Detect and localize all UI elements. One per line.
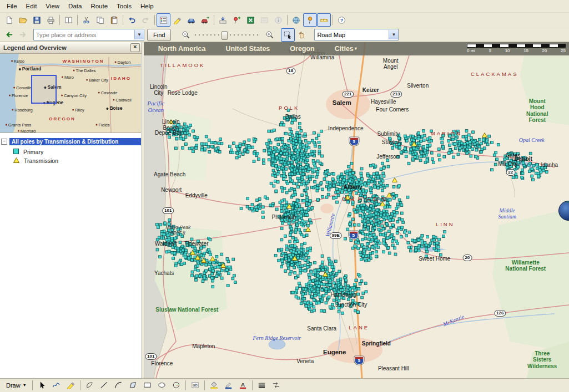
pole-point[interactable]: [329, 279, 332, 282]
pole-point[interactable]: [354, 283, 356, 286]
pole-point[interactable]: [157, 226, 159, 228]
pole-point[interactable]: [508, 162, 511, 165]
pole-point[interactable]: [320, 309, 323, 312]
pole-point[interactable]: [290, 164, 293, 167]
pole-point[interactable]: [313, 162, 315, 165]
pole-point[interactable]: [307, 168, 310, 171]
pole-point[interactable]: [449, 135, 451, 138]
overview-map[interactable]: WASHINGTONIDAHOOREGONKelsoDaytonPortland…: [0, 54, 141, 133]
pole-point[interactable]: [173, 125, 175, 128]
pole-point[interactable]: [303, 242, 306, 245]
pole-point[interactable]: [391, 240, 394, 242]
pole-point[interactable]: [298, 126, 301, 129]
pole-point[interactable]: [366, 210, 369, 212]
pole-point[interactable]: [400, 203, 403, 206]
pole-point[interactable]: [316, 160, 319, 162]
pole-point[interactable]: [281, 137, 284, 140]
measure-distance-button[interactable]: [317, 13, 331, 27]
pole-point[interactable]: [331, 177, 334, 180]
textbox-tool-button[interactable]: ab: [188, 379, 202, 392]
pole-point[interactable]: [314, 269, 316, 272]
pole-point[interactable]: [323, 177, 326, 180]
pole-point[interactable]: [360, 181, 362, 184]
font-color-button[interactable]: A: [236, 379, 250, 392]
pole-point[interactable]: [382, 227, 385, 230]
pole-point[interactable]: [218, 262, 221, 265]
zoom-out-button[interactable]: [179, 28, 193, 42]
pole-point[interactable]: [537, 175, 540, 177]
pole-point[interactable]: [361, 216, 364, 218]
pole-point[interactable]: [351, 201, 354, 203]
pole-point[interactable]: [246, 197, 249, 200]
pole-point[interactable]: [356, 310, 359, 313]
pole-point[interactable]: [282, 177, 285, 180]
pole-point[interactable]: [268, 159, 270, 161]
pole-point[interactable]: [296, 151, 299, 154]
pole-point[interactable]: [294, 276, 297, 279]
pole-point[interactable]: [253, 160, 255, 163]
pole-point[interactable]: [325, 287, 328, 290]
pole-point[interactable]: [284, 269, 287, 272]
open-button[interactable]: [16, 13, 30, 27]
pole-point[interactable]: [529, 162, 532, 165]
pole-point[interactable]: [160, 232, 163, 235]
pole-point[interactable]: [243, 149, 246, 151]
pole-point[interactable]: [256, 152, 259, 155]
pole-point[interactable]: [301, 176, 304, 179]
pole-point[interactable]: [190, 274, 193, 277]
pole-point[interactable]: [478, 145, 481, 148]
pole-point[interactable]: [306, 198, 309, 201]
pole-point[interactable]: [251, 203, 254, 206]
pole-point[interactable]: [371, 238, 374, 241]
pole-point[interactable]: [331, 266, 334, 268]
pole-point[interactable]: [390, 226, 392, 229]
pole-point[interactable]: [328, 263, 331, 266]
pole-point[interactable]: [301, 166, 304, 169]
pole-point[interactable]: [318, 152, 321, 155]
pole-point[interactable]: [167, 229, 170, 232]
pole-point[interactable]: [299, 169, 301, 172]
pole-point[interactable]: [197, 269, 199, 272]
pole-point[interactable]: [420, 155, 422, 158]
pole-point[interactable]: [354, 245, 356, 247]
pole-point[interactable]: [326, 181, 329, 184]
pole-point[interactable]: [189, 124, 192, 127]
pole-point[interactable]: [514, 173, 517, 176]
forward-button[interactable]: [16, 28, 30, 42]
pole-point[interactable]: [220, 142, 223, 145]
pole-point[interactable]: [185, 125, 188, 128]
pole-point[interactable]: [361, 238, 364, 241]
pole-point[interactable]: [300, 129, 303, 132]
pole-point[interactable]: [295, 296, 298, 298]
pole-point[interactable]: [351, 299, 354, 302]
pole-point[interactable]: [173, 251, 176, 254]
pole-point[interactable]: [531, 168, 533, 171]
pole-point[interactable]: [362, 292, 365, 294]
pole-point[interactable]: [363, 220, 366, 222]
pole-point[interactable]: [308, 218, 311, 221]
pole-point[interactable]: [392, 218, 395, 221]
pole-point[interactable]: [198, 274, 201, 277]
pole-point[interactable]: [386, 201, 389, 204]
pole-point[interactable]: [510, 165, 512, 168]
pole-point[interactable]: [473, 143, 476, 146]
pole-point[interactable]: [465, 135, 467, 138]
pole-point[interactable]: [271, 164, 274, 167]
pole-point[interactable]: [394, 253, 397, 256]
pole-point[interactable]: [515, 176, 518, 179]
pole-point[interactable]: [214, 141, 217, 144]
pole-point[interactable]: [200, 148, 203, 151]
pole-point[interactable]: [354, 177, 357, 180]
pole-point[interactable]: [179, 135, 182, 138]
pole-point[interactable]: [344, 283, 347, 286]
pole-point[interactable]: [536, 167, 538, 170]
pole-point[interactable]: [280, 219, 283, 222]
pole-point[interactable]: [273, 171, 276, 174]
location-sensor-button[interactable]: [303, 13, 317, 27]
pole-point[interactable]: [280, 204, 283, 207]
pole-point[interactable]: [327, 193, 330, 196]
pole-point[interactable]: [334, 284, 337, 287]
pole-point[interactable]: [351, 171, 354, 174]
pole-point[interactable]: [513, 152, 516, 155]
pole-point[interactable]: [205, 135, 208, 138]
